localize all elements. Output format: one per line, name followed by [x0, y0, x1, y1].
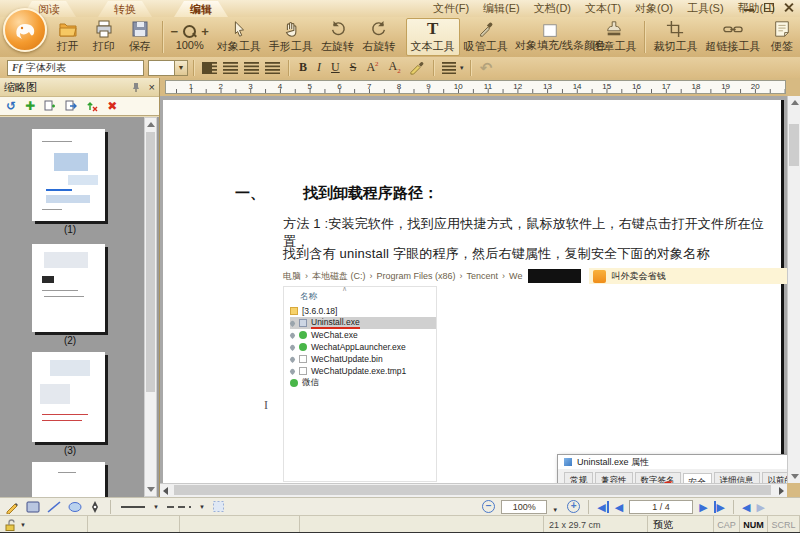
- thumbnail-page-2[interactable]: [32, 244, 105, 332]
- tab-convert[interactable]: 转换: [98, 1, 152, 17]
- tab-edit[interactable]: 编辑: [174, 1, 228, 17]
- rectangle-tool-icon[interactable]: [26, 501, 40, 513]
- menu-edit[interactable]: 编辑(E): [483, 1, 520, 16]
- undo-button[interactable]: ↶: [480, 59, 493, 77]
- zoom-out-icon[interactable]: −: [171, 24, 179, 39]
- thumbnail-scrollbar[interactable]: [144, 117, 157, 497]
- pencil-tool-icon[interactable]: [5, 500, 19, 514]
- stamp-tool-button[interactable]: 图章工具: [588, 18, 640, 56]
- maximize-icon[interactable]: [762, 1, 776, 14]
- zoom-in-icon[interactable]: +: [201, 24, 209, 39]
- close-icon[interactable]: [782, 1, 796, 14]
- menu-document[interactable]: 文档(D): [534, 1, 571, 16]
- scroll-down-icon[interactable]: [791, 474, 799, 479]
- superscript-button[interactable]: A2: [366, 60, 378, 75]
- object-tool-button[interactable]: 对象工具: [213, 18, 265, 56]
- file-row[interactable]: 微信: [290, 377, 436, 389]
- view-back-button[interactable]: ◀: [742, 501, 750, 513]
- font-size-combobox[interactable]: ▼: [148, 60, 188, 76]
- tab-security[interactable]: 安全: [683, 473, 712, 483]
- hyperlink-tool-button[interactable]: 超链接工具: [701, 18, 764, 56]
- subscript-button[interactable]: A2: [389, 59, 401, 75]
- document-viewport[interactable]: 一、找到卸载程序路径： 方法 1 :安装完软件，找到应用快捷方式，鼠标放软件上，…: [160, 96, 787, 483]
- chevron-down-icon[interactable]: ▼: [153, 504, 159, 510]
- align-left-button[interactable]: [202, 62, 217, 74]
- line-spacing-button[interactable]: [442, 62, 456, 74]
- panel-close-icon[interactable]: ×: [149, 81, 155, 93]
- font-list-combobox[interactable]: Ff 字体列表: [7, 60, 144, 76]
- pdf-page[interactable]: 一、找到卸载程序路径： 方法 1 :安装完软件，找到应用快捷方式，鼠标放软件上，…: [163, 100, 781, 483]
- scrollbar-thumb[interactable]: [174, 485, 771, 495]
- copy-page-icon[interactable]: [44, 100, 56, 112]
- thumbnail-page-1[interactable]: [32, 129, 105, 221]
- menu-tools[interactable]: 工具(S): [687, 1, 724, 16]
- thumbnail-page-3[interactable]: [32, 352, 105, 442]
- line-style-dashed[interactable]: [166, 505, 192, 509]
- scroll-down-icon[interactable]: [147, 487, 155, 492]
- tab-compatibility[interactable]: 兼容性: [595, 472, 633, 483]
- crop-tool-button[interactable]: 裁切工具: [649, 18, 701, 56]
- page-number-field[interactable]: 1 / 4: [629, 500, 693, 514]
- view-forward-button[interactable]: ▶: [757, 501, 765, 513]
- chevron-down-icon[interactable]: ▼: [199, 504, 205, 510]
- scroll-right-icon[interactable]: [779, 487, 784, 495]
- file-row[interactable]: [3.6.0.18]: [290, 305, 436, 317]
- scrollbar-thumb[interactable]: [146, 132, 155, 392]
- hand-tool-button[interactable]: 手形工具: [265, 18, 317, 56]
- eyedropper-tool-button[interactable]: 吸管工具: [460, 18, 512, 56]
- underline-button[interactable]: U: [331, 60, 340, 75]
- line-tool-icon[interactable]: [47, 501, 61, 513]
- insert-page-icon[interactable]: ✚: [25, 99, 35, 113]
- replace-page-icon[interactable]: [86, 100, 98, 112]
- thumbnail-page-4[interactable]: [32, 462, 105, 497]
- italic-button[interactable]: I: [317, 60, 321, 75]
- previous-page-button[interactable]: ◀: [615, 501, 623, 513]
- scrollbar-thumb[interactable]: [789, 124, 799, 166]
- minimize-icon[interactable]: [742, 1, 756, 14]
- align-right-button[interactable]: [244, 62, 259, 74]
- save-button[interactable]: 保存: [122, 18, 158, 56]
- rotate-right-button[interactable]: 右旋转: [358, 18, 400, 56]
- menu-file[interactable]: 文件(F): [433, 1, 469, 16]
- pen-tool-icon[interactable]: [89, 500, 101, 514]
- align-center-button[interactable]: [223, 62, 238, 74]
- note-tool-button[interactable]: 便签: [764, 18, 800, 56]
- last-page-button[interactable]: ▶: [714, 501, 725, 513]
- file-row[interactable]: WeChatUpdate.exe.tmp1: [290, 365, 436, 377]
- tab-general[interactable]: 常规: [564, 472, 593, 483]
- tab-details[interactable]: 详细信息: [714, 472, 760, 483]
- zoom-in-button[interactable]: +: [567, 500, 580, 513]
- bold-button[interactable]: B: [299, 60, 307, 75]
- marquee-select-icon[interactable]: [212, 500, 225, 513]
- fill-line-color-button[interactable]: 对象填充/线条颜色: [512, 18, 589, 56]
- text-tool-button[interactable]: T 文本工具: [406, 18, 460, 56]
- scroll-up-icon[interactable]: [147, 122, 155, 127]
- rotate-page-icon[interactable]: ↺: [6, 99, 16, 113]
- rotate-left-button[interactable]: 左旋转: [317, 18, 359, 56]
- align-justify-button[interactable]: [265, 62, 280, 74]
- scroll-up-icon[interactable]: [791, 100, 799, 105]
- file-row[interactable]: WeChat.exe: [290, 329, 436, 341]
- unlocked-padlock-icon[interactable]: [5, 519, 16, 531]
- vertical-scrollbar[interactable]: [787, 96, 800, 483]
- pin-icon[interactable]: [131, 82, 141, 93]
- ellipse-tool-icon[interactable]: [68, 501, 82, 513]
- zoom-out-button[interactable]: −: [482, 500, 495, 513]
- menu-text[interactable]: 文本(T): [585, 1, 621, 16]
- strikethrough-button[interactable]: S: [350, 60, 357, 75]
- zoom-level-value[interactable]: 100%▼: [501, 500, 547, 514]
- first-page-button[interactable]: ◀: [597, 501, 608, 513]
- scroll-left-icon[interactable]: [163, 487, 168, 495]
- next-page-button[interactable]: ▶: [699, 501, 707, 513]
- tab-previous-versions[interactable]: 以前的版本: [762, 472, 788, 483]
- chevron-down-icon[interactable]: ▼: [20, 522, 26, 528]
- chevron-down-icon[interactable]: ▼: [459, 65, 465, 71]
- horizontal-scrollbar[interactable]: [160, 483, 787, 497]
- app-logo-elephant-icon[interactable]: [3, 8, 47, 52]
- preview-mode-cell[interactable]: 预览: [648, 516, 714, 533]
- print-button[interactable]: 打印: [86, 18, 122, 56]
- open-button[interactable]: 打开: [50, 18, 86, 56]
- menu-object[interactable]: 对象(O): [635, 1, 673, 16]
- line-style-solid[interactable]: [120, 505, 146, 509]
- sign-pen-icon[interactable]: [409, 61, 425, 75]
